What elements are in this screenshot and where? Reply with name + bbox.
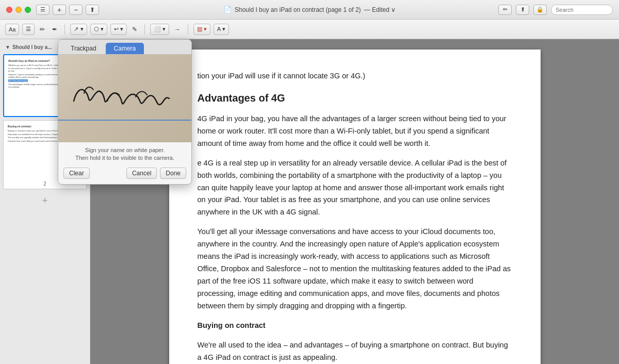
- sidebar-toggle-button[interactable]: ☰: [36, 5, 50, 15]
- titlebar-right-controls: ✏ ⬆ 🔒: [498, 5, 613, 15]
- markup-tool[interactable]: ✒: [50, 25, 59, 34]
- upload-button[interactable]: ⬆: [516, 5, 529, 15]
- font-label: Aa: [9, 26, 15, 32]
- zoom-out-button[interactable]: −: [69, 5, 83, 15]
- titlebar: ☰ + − ⬆ 📄 Should I buy an iPad on contra…: [0, 0, 619, 20]
- camera-blue-line: [90, 120, 191, 121]
- add-page-button[interactable]: +: [3, 192, 87, 209]
- doc-para-4: We're all used to the idea – and advanta…: [198, 339, 512, 364]
- doc-para-1: 4G iPad in your bag, you have all the ad…: [198, 113, 512, 150]
- pen-button[interactable]: ✏: [498, 5, 512, 15]
- collapse-icon[interactable]: ▼: [5, 44, 10, 50]
- font-size-button[interactable]: Aa: [5, 24, 19, 35]
- view-button[interactable]: ⬜ ▾: [150, 24, 169, 35]
- doc-para-3: You'll get all your iMessage conversatio…: [198, 226, 512, 312]
- title-text: Should I buy an iPad on contract (page 1…: [235, 6, 361, 13]
- done-button[interactable]: Done: [160, 168, 186, 179]
- table-button[interactable]: ↩ ▾: [110, 24, 127, 35]
- document-area[interactable]: tion your iPad will use if it cannot loc…: [90, 39, 619, 364]
- close-button[interactable]: [6, 7, 12, 13]
- toolbar: Aa ☰ ✏ ✒ ↗ ▾ ⬡ ▾ ↩ ▾ ✎ ⬜ ▾ → ▨ ▾ A ▾: [0, 20, 619, 39]
- window-controls[interactable]: [6, 7, 31, 13]
- cancel-button[interactable]: Cancel: [126, 168, 157, 179]
- camera-view: [90, 55, 191, 142]
- signature-svg: [90, 65, 182, 127]
- doc-heading-1: Advantages of 4G: [198, 90, 512, 107]
- instructions-line2: Then hold it to be visible to the camera…: [90, 155, 174, 161]
- share-button[interactable]: ⬆: [86, 5, 99, 15]
- window-title: 📄 Should I buy an iPad on contract (page…: [223, 6, 396, 13]
- doc-heading-2: Buying on contract: [198, 321, 266, 329]
- text-color-button[interactable]: A ▾: [214, 24, 229, 35]
- file-icon: 📄: [223, 6, 232, 13]
- toolbar-divider-3: [188, 24, 188, 35]
- minimize-button[interactable]: [15, 7, 22, 13]
- arrow-tool[interactable]: →: [172, 25, 183, 34]
- document-page: tion your iPad will use if it cannot loc…: [169, 49, 541, 364]
- search-input[interactable]: [551, 5, 613, 15]
- signature-panel[interactable]: Trackpad Camera Sig: [90, 39, 192, 185]
- edit-tool[interactable]: ✎: [130, 25, 139, 34]
- toolbar-divider-2: [144, 24, 145, 35]
- main-area: ▼ Should I buy a... Should I buy an iPad…: [0, 39, 619, 364]
- instructions-line1: Sign your name on white paper.: [90, 147, 165, 153]
- security-button[interactable]: 🔒: [533, 5, 547, 15]
- maximize-button[interactable]: [25, 7, 31, 13]
- tab-trackpad[interactable]: Trackpad: [90, 43, 105, 54]
- paragraph-style-button[interactable]: ☰: [22, 24, 35, 35]
- zoom-in-button[interactable]: +: [53, 5, 66, 15]
- pen-tool[interactable]: ✏: [38, 25, 47, 34]
- toolbar-divider-1: [64, 24, 65, 35]
- sidebar-doc-title: Should I buy a...: [12, 44, 52, 50]
- doc-para-2: e 4G is a real step up in versatility fo…: [198, 157, 512, 219]
- tab-camera[interactable]: Camera: [106, 43, 144, 54]
- signature-instructions: Sign your name on white paper. Then hold…: [90, 142, 191, 164]
- format-button[interactable]: ⬡ ▾: [90, 24, 107, 35]
- edited-label: — Edited ∨: [364, 6, 396, 13]
- doc-partial-intro: tion your iPad will use if it cannot loc…: [198, 70, 512, 82]
- color-button[interactable]: ▨ ▾: [193, 24, 210, 35]
- insert-button[interactable]: ↗ ▾: [70, 24, 87, 35]
- signature-tabs: Trackpad Camera: [90, 40, 191, 55]
- signature-buttons: Clear Cancel Done: [90, 164, 191, 184]
